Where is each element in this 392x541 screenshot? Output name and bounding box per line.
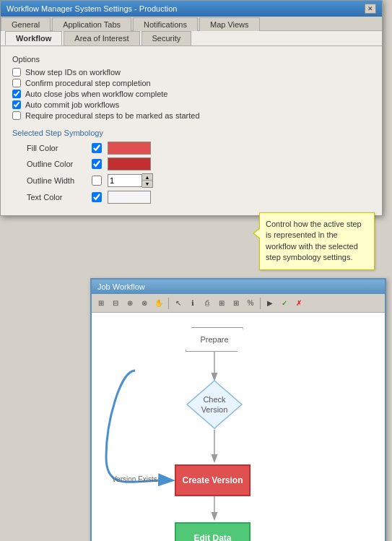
tab-area-of-interest[interactable]: Area of Interest	[64, 31, 139, 46]
checkbox-auto-commit: Auto commit job workflows	[12, 100, 370, 109]
outline-color-checkbox[interactable]	[92, 159, 102, 169]
prepare-shape: Prepare	[186, 327, 243, 352]
toolbar-select-btn[interactable]: ⊞	[95, 297, 108, 310]
tab-security[interactable]: Security	[141, 31, 192, 46]
spin-buttons: ▲ ▼	[142, 173, 153, 188]
job-workflow-titlebar: Job Workflow	[92, 280, 385, 294]
checkbox-auto-close: Auto close jobs when workflow complete	[12, 90, 370, 98]
symbology-section: Selected Step Symbology Fill Color Outli…	[12, 129, 370, 204]
show-step-ids-checkbox[interactable]	[12, 68, 21, 77]
toolbar-grid2-btn[interactable]: ⊞	[230, 297, 243, 310]
close-button[interactable]: ✕	[365, 4, 376, 14]
toolbar-sep-2	[260, 298, 261, 309]
auto-close-checkbox[interactable]	[12, 90, 21, 98]
auto-commit-checkbox[interactable]	[12, 100, 21, 109]
job-workflow-title: Job Workflow	[97, 282, 145, 291]
toolbar-sep-1	[168, 298, 169, 309]
toolbar-close-btn[interactable]: ✗	[292, 297, 305, 310]
fill-color-name: Fill Color	[27, 144, 92, 152]
outline-width-name: Outline Width	[27, 176, 92, 185]
confirm-procedural-checkbox[interactable]	[12, 79, 21, 87]
symbology-label: Selected Step Symbology	[12, 129, 370, 137]
options-label: Options	[12, 55, 370, 64]
checkbox-confirm-procedural: Confirm procedural step completion	[12, 79, 370, 87]
spin-down-button[interactable]: ▼	[142, 181, 152, 187]
text-color-name: Text Color	[27, 193, 92, 202]
checkbox-require-procedural: Require procedural steps to be marked as…	[12, 111, 370, 120]
prepare-label: Prepare	[200, 335, 228, 344]
svg-marker-3	[187, 381, 242, 428]
tab-row-2: Workflow Area of Interest Security	[1, 31, 382, 46]
toolbar-check-btn[interactable]: ✓	[278, 297, 291, 310]
toolbar-percent-btn[interactable]: %	[244, 297, 257, 310]
checkbox-show-step-ids: Show step IDs on workflow	[12, 68, 370, 77]
title-bar-buttons: ✕	[365, 4, 376, 14]
main-window: Workflow Manager System Settings - Produ…	[0, 0, 383, 216]
show-step-ids-label: Show step IDs on workflow	[25, 68, 121, 77]
outline-width-checkbox[interactable]	[92, 176, 102, 186]
outline-width-spin: ▲ ▼	[108, 173, 153, 188]
toolbar-info-btn[interactable]: ℹ	[186, 297, 199, 310]
confirm-procedural-label: Confirm procedural step completion	[25, 79, 151, 87]
outline-color-name: Outline Color	[27, 160, 92, 168]
require-procedural-label: Require procedural steps to be marked as…	[25, 111, 200, 120]
toolbar-zoom-out-btn[interactable]: ⊟	[109, 297, 122, 310]
window-title: Workflow Manager System Settings - Produ…	[6, 4, 177, 13]
toolbar-arrow-btn[interactable]: ↖	[172, 297, 185, 310]
text-color-swatch[interactable]	[108, 191, 151, 204]
options-group: Options Show step IDs on workflow Confir…	[12, 55, 370, 120]
toolbar-play-btn[interactable]: ▶	[263, 297, 276, 310]
tab-general[interactable]: General	[1, 17, 51, 31]
outline-width-row: Outline Width ▲ ▼	[12, 173, 370, 188]
toolbar-zoom-in-btn[interactable]: ⊕	[123, 297, 136, 310]
version-exists-label: Version Exists	[112, 475, 157, 483]
auto-close-label: Auto close jobs when workflow complete	[25, 90, 167, 98]
require-procedural-checkbox[interactable]	[12, 111, 21, 120]
tooltip-box: Control how the active step is represent…	[259, 212, 375, 270]
tab-map-views[interactable]: Map Views	[199, 17, 260, 31]
text-color-checkbox[interactable]	[92, 192, 102, 202]
toolbar-grid1-btn[interactable]: ⊞	[215, 297, 228, 310]
spin-up-button[interactable]: ▲	[142, 174, 152, 181]
fill-color-checkbox[interactable]	[92, 143, 102, 153]
outline-color-row: Outline Color	[12, 157, 370, 170]
svg-text:Version: Version	[201, 405, 228, 414]
tab-row-1: General Application Tabs Notifications M…	[1, 17, 382, 31]
outline-color-swatch[interactable]	[108, 157, 151, 170]
create-version-node[interactable]: Create Version	[175, 464, 251, 496]
auto-commit-label: Auto commit job workflows	[25, 100, 119, 109]
tooltip-text: Control how the active step is represent…	[266, 220, 362, 261]
workflow-diagram: Prepare Check Version Create Version Edi…	[92, 313, 385, 541]
title-bar: Workflow Manager System Settings - Produ…	[1, 1, 382, 17]
text-color-row: Text Color	[12, 191, 370, 204]
job-workflow-window: Job Workflow ⊞ ⊟ ⊕ ⊗ ✋ ↖ ℹ ⎙ ⊞ ⊞ % ▶ ✓ ✗	[90, 278, 386, 541]
toolbar-print-btn[interactable]: ⎙	[201, 297, 214, 310]
check-version-node[interactable]: Check Version	[186, 379, 243, 430]
tab-workflow[interactable]: Workflow	[5, 31, 62, 46]
tab-notifications[interactable]: Notifications	[133, 17, 198, 31]
toolbar-pan-btn[interactable]: ✋	[152, 297, 165, 310]
fill-color-row: Fill Color	[12, 142, 370, 155]
toolbar-zoom-fit-btn[interactable]: ⊗	[138, 297, 151, 310]
outline-width-input[interactable]	[108, 174, 142, 187]
edit-data-label: Edit Data	[193, 533, 231, 541]
workflow-content: Options Show step IDs on workflow Confir…	[1, 46, 382, 215]
prepare-node[interactable]: Prepare	[186, 327, 243, 352]
job-workflow-toolbar: ⊞ ⊟ ⊕ ⊗ ✋ ↖ ℹ ⎙ ⊞ ⊞ % ▶ ✓ ✗	[92, 294, 385, 313]
create-version-label: Create Version	[182, 475, 243, 485]
tab-application-tabs[interactable]: Application Tabs	[52, 17, 131, 31]
svg-text:Check: Check	[203, 395, 226, 404]
fill-color-swatch[interactable]	[108, 142, 151, 155]
edit-data-node[interactable]: Edit Data	[175, 522, 251, 541]
